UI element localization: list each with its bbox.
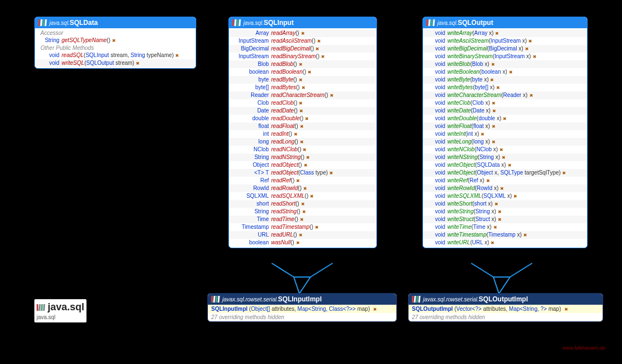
method-name: readTime	[271, 216, 294, 223]
method-params: (Object x, SQLType targetSqlType)	[475, 170, 560, 176]
method-params: ()	[293, 232, 297, 238]
method-row: voidwriteObject (Object x, SQLType targe…	[423, 169, 587, 177]
books-icon	[412, 296, 421, 303]
package-subtitle: java.sql	[37, 314, 84, 320]
method-name: writeRef	[447, 177, 468, 184]
method-params: (BigDecimal x)	[487, 45, 523, 52]
method-row: bytereadByte ()✖	[229, 76, 376, 84]
method-params: ()	[294, 123, 298, 130]
method-name: readInt	[271, 131, 288, 137]
method-name: writeDate	[447, 107, 471, 114]
method-params: (SQLXML x)	[482, 193, 512, 199]
return-type: long	[231, 139, 271, 145]
method-row: intreadInt ()✖	[229, 130, 376, 138]
return-type: Ref	[231, 177, 271, 184]
throws-icon: ✖	[508, 163, 512, 168]
throws-icon: ✖	[481, 132, 485, 137]
method-params: (byte[] x)	[473, 84, 494, 91]
return-type: void	[425, 139, 447, 145]
return-type: void	[425, 107, 447, 114]
class-name: SQLInputImpl	[278, 295, 322, 303]
method-params: ()	[312, 38, 315, 44]
return-type: InputStream	[231, 53, 271, 60]
return-type: void	[425, 216, 447, 223]
method-params: (Time x)	[471, 224, 491, 230]
throws-icon: ✖	[496, 85, 500, 91]
throws-icon: ✖	[315, 225, 319, 230]
method-name: writeBigDecimal	[447, 45, 487, 52]
method-row: <T> TreadObject (Class type)✖	[229, 169, 376, 177]
method-row: SQLXMLreadSQLXML ()✖	[229, 192, 376, 200]
return-type: void	[425, 170, 447, 176]
method-row: floatreadFloat ()✖	[229, 122, 376, 130]
return-type: void	[425, 208, 447, 215]
method-name: readFloat	[271, 123, 294, 130]
method-row: voidwriteStruct (Struct x)✖	[423, 216, 587, 223]
method-row: voidwriteArray (Array x)✖	[423, 29, 587, 37]
method-params: ()	[298, 162, 302, 168]
method-name: writeURL	[447, 239, 470, 246]
throws-icon: ✖	[491, 240, 494, 246]
method-name: writeShort	[447, 201, 472, 207]
method-params: ()	[298, 185, 302, 192]
method-row: voidwriteString (String x)✖	[423, 208, 587, 216]
class-box-sqloutputimpl: javax.sql.rowset.serial. SQLOutputImpl S…	[408, 293, 603, 322]
method-name: writeCharacterStream	[447, 92, 501, 99]
method-row: voidwriteBigDecimal (BigDecimal x)✖	[423, 45, 587, 53]
method-row: StringreadNString ()✖	[229, 153, 376, 161]
method-name: readByte	[271, 76, 293, 83]
method-name: writeDouble	[447, 115, 477, 122]
return-type: Clob	[231, 100, 271, 106]
method-name: readDate	[271, 107, 294, 114]
constructor-params: (Vector<?> attributes, Map<String, ?> ma…	[455, 306, 561, 312]
throws-icon: ✖	[300, 124, 304, 130]
method-name: writeTimestamp	[447, 232, 486, 238]
return-type: boolean	[231, 69, 271, 75]
throws-icon: ✖	[529, 93, 533, 99]
throws-icon: ✖	[302, 209, 306, 215]
pkg-text: java.sql.	[243, 20, 264, 26]
class-box-sqldata: java.sql. SQLData Accessor String getSQL…	[34, 17, 196, 69]
method-row: DatereadDate ()✖	[229, 107, 376, 115]
method-name: readTimestamp	[271, 224, 309, 230]
throws-icon: ✖	[499, 147, 503, 153]
throws-icon: ✖	[533, 54, 537, 60]
throws-icon: ✖	[299, 101, 303, 106]
method-params: (Clob x)	[471, 100, 490, 106]
return-type: short	[231, 201, 271, 207]
method-params: ()	[294, 216, 298, 223]
method-name: writeLong	[447, 139, 471, 145]
method-row: TimereadTime ()✖	[229, 216, 376, 223]
throws-icon: ✖	[294, 132, 298, 137]
throws-icon: ✖	[373, 307, 377, 312]
package-title-row: java.sql	[37, 301, 84, 313]
method-name: writeArray	[447, 30, 472, 37]
throws-icon: ✖	[498, 217, 502, 223]
return-type: void	[37, 52, 62, 59]
return-type: void	[425, 154, 447, 161]
method-row: voidwriteTime (Time x)✖	[423, 223, 587, 231]
class-box-sqloutput: java.sql. SQLOutput voidwriteArray (Arra…	[422, 17, 588, 248]
method-params: (Timestamp x)	[486, 232, 522, 238]
method-name: writeTime	[447, 224, 471, 230]
method-params: ()	[293, 76, 297, 83]
return-type: SQLXML	[231, 193, 271, 199]
method-row: InputStreamreadAsciiStream ()✖	[229, 37, 376, 45]
return-type: double	[231, 115, 271, 122]
method-row: shortreadShort ()✖	[229, 200, 376, 208]
svg-line-0	[272, 263, 294, 277]
method-row: doublereadDouble ()✖	[229, 115, 376, 122]
return-type: Reader	[231, 92, 271, 99]
throws-icon: ✖	[330, 93, 334, 99]
method-row: NClobreadNClob ()✖	[229, 146, 376, 153]
method-params: ()	[106, 37, 110, 44]
method-row: RefreadRef ()✖	[229, 177, 376, 184]
section-accessor: Accessor	[35, 29, 196, 37]
return-type: float	[231, 123, 271, 130]
method-name: readObject	[271, 170, 298, 176]
class-name: SQLInput	[264, 19, 294, 27]
return-type: Date	[231, 107, 271, 114]
svg-line-2	[471, 263, 493, 277]
method-row: void writeSQL (SQLOutput stream) ✖	[35, 59, 196, 67]
class-box-sqlinputimpl: javax.sql.rowset.serial. SQLInputImpl SQ…	[207, 293, 397, 322]
